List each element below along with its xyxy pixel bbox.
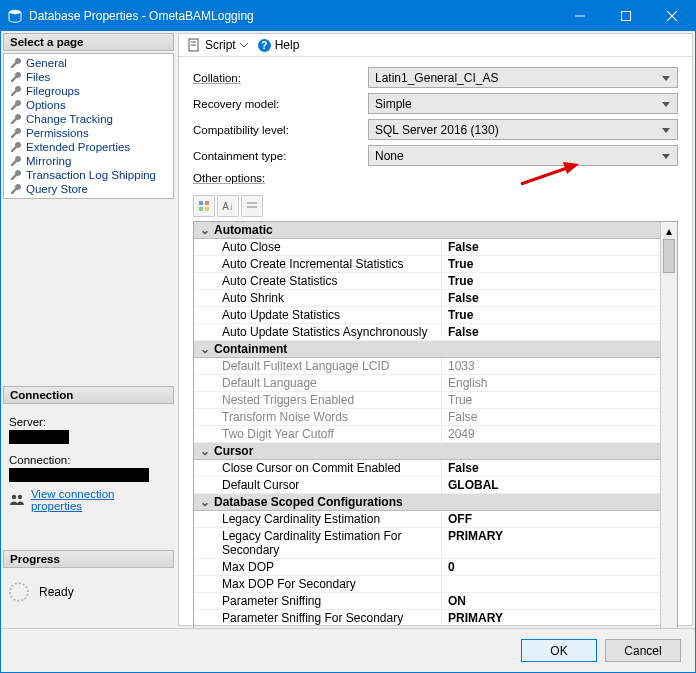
category-automatic[interactable]: ⌄Automatic — [194, 222, 660, 239]
property-row[interactable]: Default CursorGLOBAL — [194, 477, 660, 494]
property-name: Max DOP — [194, 559, 442, 575]
toolbar: Script ? Help — [179, 34, 692, 57]
category-cursor[interactable]: ⌄Cursor — [194, 443, 660, 460]
property-name: Transform Noise Words — [194, 409, 442, 425]
wrench-icon — [10, 71, 22, 83]
script-button[interactable]: Script — [187, 38, 248, 52]
page-item-mirroring[interactable]: Mirroring — [4, 154, 173, 168]
page-item-transaction-log-shipping[interactable]: Transaction Log Shipping — [4, 168, 173, 182]
property-row[interactable]: Max DOP0 — [194, 559, 660, 576]
page-item-query-store[interactable]: Query Store — [4, 182, 173, 196]
wrench-icon — [10, 113, 22, 125]
property-name: Nested Triggers Enabled — [194, 392, 442, 408]
page-item-general[interactable]: General — [4, 56, 173, 70]
property-row[interactable]: Parameter Sniffing For SecondaryPRIMARY — [194, 610, 660, 627]
property-row[interactable]: Two Digit Year Cutoff2049 — [194, 426, 660, 443]
property-row[interactable]: Auto CloseFalse — [194, 239, 660, 256]
category-containment[interactable]: ⌄Containment — [194, 341, 660, 358]
connection-box: Server: Connection: View connection prop… — [3, 408, 174, 516]
property-value: 0 — [442, 559, 660, 575]
scroll-thumb[interactable] — [663, 239, 675, 273]
cancel-button[interactable]: Cancel — [605, 639, 681, 662]
property-row[interactable]: Legacy Cardinality Estimation For Second… — [194, 528, 660, 559]
chevron-down-icon — [240, 41, 248, 49]
scroll-down-icon[interactable]: ▾ — [661, 627, 677, 628]
wrench-icon — [10, 85, 22, 97]
help-button[interactable]: ? Help — [258, 38, 300, 52]
collation-combo[interactable]: Latin1_General_CI_AS — [368, 67, 678, 88]
category-database-scoped-configurations[interactable]: ⌄Database Scoped Configurations — [194, 494, 660, 511]
property-name: Parameter Sniffing For Secondary — [194, 610, 442, 626]
scroll-up-icon[interactable]: ▴ — [661, 222, 677, 239]
property-row[interactable]: Legacy Cardinality EstimationOFF — [194, 511, 660, 528]
view-connection-properties-link[interactable]: View connection properties — [31, 488, 168, 512]
property-row[interactable]: Auto Update StatisticsTrue — [194, 307, 660, 324]
page-item-options[interactable]: Options — [4, 98, 173, 112]
property-row[interactable]: Auto Create Incremental StatisticsTrue — [194, 256, 660, 273]
property-value: True — [442, 256, 660, 272]
ok-button[interactable]: OK — [521, 639, 597, 662]
property-row[interactable]: Auto Update Statistics AsynchronouslyFal… — [194, 324, 660, 341]
property-value: OFF — [442, 627, 660, 628]
connection-value-redacted — [9, 468, 149, 482]
dialog-footer: OK Cancel — [1, 628, 695, 672]
compatibility-level-combo[interactable]: SQL Server 2016 (130) — [368, 119, 678, 140]
property-value: True — [442, 273, 660, 289]
properties-button[interactable] — [241, 195, 263, 217]
property-row[interactable]: Auto ShrinkFalse — [194, 290, 660, 307]
categorized-button[interactable] — [193, 195, 215, 217]
alphabetical-button[interactable]: A↓ — [217, 195, 239, 217]
property-row[interactable]: Close Cursor on Commit EnabledFalse — [194, 460, 660, 477]
page-item-permissions[interactable]: Permissions — [4, 126, 173, 140]
recovery-model-combo[interactable]: Simple — [368, 93, 678, 114]
titlebar[interactable]: Database Properties - OmetaBAMLogging — [1, 1, 695, 31]
svg-rect-14 — [199, 207, 203, 211]
progress-box: Ready — [3, 572, 174, 606]
containment-type-label: Containment type: — [193, 150, 368, 162]
maximize-button[interactable] — [603, 1, 649, 31]
property-row[interactable]: Default LanguageEnglish — [194, 375, 660, 392]
containment-type-combo[interactable]: None — [368, 145, 678, 166]
wrench-icon — [10, 57, 22, 69]
property-value: False — [442, 409, 660, 425]
svg-point-6 — [18, 495, 22, 499]
page-item-files[interactable]: Files — [4, 70, 173, 84]
chevron-down-icon: ⌄ — [198, 342, 212, 356]
connection-header: Connection — [3, 386, 174, 404]
property-row[interactable]: Nested Triggers EnabledTrue — [194, 392, 660, 409]
property-name: Auto Close — [194, 239, 442, 255]
property-name: Legacy Cardinality Estimation For Second… — [194, 528, 442, 558]
property-row[interactable]: Max DOP For Secondary — [194, 576, 660, 593]
wrench-icon — [10, 155, 22, 167]
close-button[interactable] — [649, 1, 695, 31]
property-value: 2049 — [442, 426, 660, 442]
chevron-down-icon: ⌄ — [198, 444, 212, 458]
page-item-extended-properties[interactable]: Extended Properties — [4, 140, 173, 154]
property-row[interactable]: Query Optimizer FixesOFF — [194, 627, 660, 628]
property-row[interactable]: Default Fulltext Language LCID1033 — [194, 358, 660, 375]
script-icon — [187, 38, 201, 52]
property-row[interactable]: Auto Create StatisticsTrue — [194, 273, 660, 290]
page-item-filegroups[interactable]: Filegroups — [4, 84, 173, 98]
chevron-down-icon: ⌄ — [198, 223, 212, 237]
left-column: Select a page GeneralFilesFilegroupsOpti… — [1, 31, 176, 628]
property-name: Auto Update Statistics — [194, 307, 442, 323]
grid-scrollbar[interactable]: ▴ ▾ — [660, 222, 677, 628]
property-name: Parameter Sniffing — [194, 593, 442, 609]
right-column: Script ? Help Collation: Latin1_General_… — [178, 33, 693, 626]
property-value: ON — [442, 593, 660, 609]
svg-rect-13 — [205, 201, 209, 205]
server-label: Server: — [9, 416, 168, 428]
property-value: False — [442, 460, 660, 476]
property-row[interactable]: Transform Noise WordsFalse — [194, 409, 660, 426]
property-name: Legacy Cardinality Estimation — [194, 511, 442, 527]
help-icon: ? — [258, 39, 271, 52]
svg-rect-16 — [247, 202, 257, 204]
dialog-body: Select a page GeneralFilesFilegroupsOpti… — [1, 31, 695, 628]
database-icon — [7, 8, 23, 24]
property-row[interactable]: Parameter SniffingON — [194, 593, 660, 610]
property-value: PRIMARY — [442, 610, 660, 626]
minimize-button[interactable] — [557, 1, 603, 31]
page-item-change-tracking[interactable]: Change Tracking — [4, 112, 173, 126]
compatibility-level-label: Compatibility level: — [193, 124, 368, 136]
